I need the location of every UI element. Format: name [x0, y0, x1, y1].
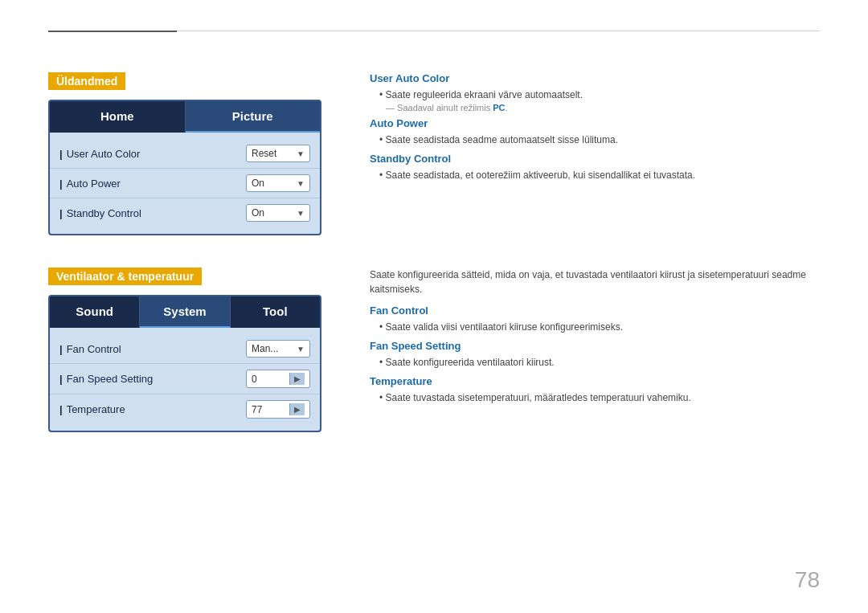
section1-right: User Auto Color Saate reguleerida ekraan…: [370, 72, 820, 235]
section2-left: Ventilaator & temperatuur Sound System T…: [48, 268, 338, 432]
desc-standby-control: Standby Control Saate seadistada, et oot…: [370, 153, 820, 183]
fan-control-label: Fan Control: [59, 343, 246, 355]
standby-control-label: Standby Control: [59, 207, 246, 219]
dropdown-arrow-4: ▼: [297, 345, 305, 353]
desc-text-fan-control: Saate valida viisi ventilaatori kiiruse …: [379, 320, 820, 335]
tab-sound[interactable]: Sound: [50, 296, 140, 328]
temperature-label: Temperature: [59, 403, 246, 415]
fan-control-control[interactable]: Man... ▼: [246, 340, 310, 358]
highlight-pc: PC: [493, 103, 505, 112]
tab-picture[interactable]: Picture: [186, 101, 321, 133]
desc-title-standby-control: Standby Control: [370, 153, 820, 165]
tab-tool[interactable]: Tool: [231, 296, 320, 328]
menu-row-auto-power: Auto Power On ▼: [50, 169, 320, 198]
desc-user-auto-color: User Auto Color Saate reguleerida ekraan…: [370, 72, 820, 112]
stepper-arrow-1[interactable]: ▶: [289, 373, 305, 385]
section1-left: Üldandmed Home Picture User Auto Color R…: [48, 72, 338, 235]
desc-title-fan-speed: Fan Speed Setting: [370, 340, 820, 352]
temperature-control[interactable]: 77 ▶: [246, 400, 310, 419]
auto-power-label: Auto Power: [59, 178, 246, 190]
desc-title-fan-control: Fan Control: [370, 304, 820, 317]
dropdown-arrow-2: ▼: [297, 179, 305, 188]
user-auto-color-label: User Auto Color: [59, 148, 246, 160]
menu-row-fan-speed: Fan Speed Setting 0 ▶: [50, 364, 320, 394]
menu-panel-2: Sound System Tool Fan Control Man... ▼ F…: [48, 295, 321, 432]
tab-system[interactable]: System: [140, 296, 230, 328]
menu-row-user-auto-color: User Auto Color Reset ▼: [50, 139, 320, 169]
desc-text-standby-control: Saate seadistada, et ooterežiim aktiveer…: [379, 168, 820, 183]
fan-speed-label: Fan Speed Setting: [59, 373, 246, 385]
desc-note-user-auto-color: — Saadaval ainuIt režiimis PC.: [386, 103, 820, 112]
desc-text-user-auto-color: Saate reguleerida ekraani värve automaat…: [379, 88, 820, 103]
menu-tabs-2: Sound System Tool: [50, 296, 320, 328]
menu-body-2: Fan Control Man... ▼ Fan Speed Setting 0…: [50, 328, 320, 431]
menu-row-standby-control: Standby Control On ▼: [50, 198, 320, 227]
desc-auto-power: Auto Power Saate seadistada seadme autom…: [370, 117, 820, 148]
user-auto-color-control[interactable]: Reset ▼: [246, 145, 310, 162]
standby-control-control[interactable]: On ▼: [246, 204, 310, 222]
section-ventilaator: Ventilaator & temperatuur Sound System T…: [48, 268, 820, 432]
section2-right: Saate konfigureerida sätteid, mida on va…: [370, 268, 820, 432]
section2-badge: Ventilaator & temperatuur: [48, 268, 202, 285]
desc-fan-speed-setting: Fan Speed Setting Saate konfigureerida v…: [370, 340, 820, 370]
desc-text-temperature: Saate tuvastada sisetemperatuuri, määrat…: [379, 390, 820, 406]
desc-title-user-auto-color: User Auto Color: [370, 72, 820, 84]
stepper-arrow-2[interactable]: ▶: [289, 403, 305, 415]
menu-body-1: User Auto Color Reset ▼ Auto Power On ▼: [50, 133, 320, 234]
menu-tabs-1: Home Picture: [50, 101, 320, 133]
desc-fan-control: Fan Control Saate valida viisi ventilaat…: [370, 304, 820, 335]
desc-temperature: Temperature Saate tuvastada sisetemperat…: [370, 375, 820, 406]
intro-text: Saate konfigureerida sätteid, mida on va…: [370, 268, 820, 296]
desc-title-auto-power: Auto Power: [370, 117, 820, 129]
desc-text-auto-power: Saate seadistada seadme automaatselt sis…: [379, 133, 820, 148]
page-number: 78: [795, 567, 820, 593]
dropdown-arrow-3: ▼: [297, 209, 305, 218]
tab-home[interactable]: Home: [50, 101, 186, 133]
desc-text-fan-speed: Saate konfigureerida ventilaatori kiirus…: [379, 355, 820, 370]
auto-power-control[interactable]: On ▼: [246, 174, 310, 192]
fan-speed-control[interactable]: 0 ▶: [246, 370, 310, 388]
section1-badge: Üldandmed: [48, 72, 125, 90]
menu-row-temperature: Temperature 77 ▶: [50, 394, 320, 424]
desc-title-temperature: Temperature: [370, 375, 820, 387]
section-uldandmed: Üldandmed Home Picture User Auto Color R…: [48, 72, 820, 235]
dropdown-arrow-1: ▼: [297, 149, 305, 158]
menu-row-fan-control: Fan Control Man... ▼: [50, 334, 320, 364]
menu-panel-1: Home Picture User Auto Color Reset ▼ Aut…: [48, 100, 321, 235]
